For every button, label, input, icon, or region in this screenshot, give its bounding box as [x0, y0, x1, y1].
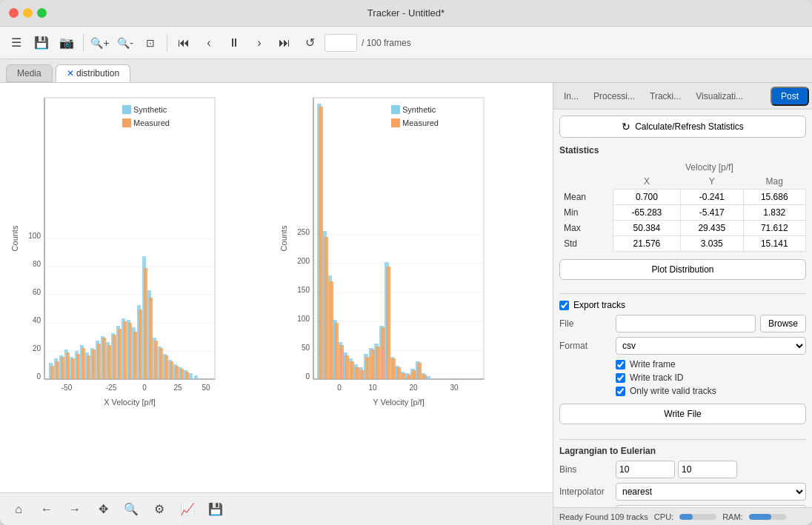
sidebar-tab-tracking[interactable]: Tracki... — [642, 88, 688, 104]
media-tab[interactable]: Media — [6, 64, 53, 82]
svg-text:0: 0 — [305, 372, 310, 381]
export-tracks-checkbox[interactable] — [559, 301, 569, 310]
svg-rect-66 — [128, 323, 132, 379]
svg-text:Synthetic: Synthetic — [402, 105, 436, 114]
save-button[interactable]: 💾 — [31, 33, 52, 53]
svg-rect-140 — [396, 367, 401, 379]
svg-text:-50: -50 — [61, 384, 73, 392]
separator — [83, 34, 84, 52]
left-plot: 0 20 40 60 80 100 Counts — [7, 90, 276, 485]
bins-input-2[interactable]: 10 — [678, 461, 737, 478]
svg-rect-125 — [319, 107, 323, 379]
browse-button[interactable]: Browse — [760, 315, 806, 332]
svg-rect-133 — [360, 370, 365, 379]
sidebar-tab-visualization[interactable]: Visualizati... — [688, 88, 751, 104]
export-tracks-label: Export tracks — [573, 300, 625, 310]
svg-text:Counts: Counts — [279, 225, 288, 251]
loop-button[interactable]: ↺ — [299, 33, 320, 53]
svg-rect-78 — [122, 105, 131, 114]
back-button[interactable]: ← — [36, 498, 58, 521]
file-label: File — [559, 318, 611, 329]
stats-table: Velocity [p/f] X Y Mag Mean 0.700 — [559, 160, 806, 252]
svg-text:-25: -25 — [106, 384, 117, 392]
home-button[interactable]: ⌂ — [7, 498, 30, 521]
svg-text:20: 20 — [409, 384, 418, 392]
svg-text:0: 0 — [337, 384, 342, 392]
zoom-in-button[interactable]: 🔍+ — [90, 33, 110, 53]
bins-label: Bins — [559, 464, 611, 475]
write-track-id-checkbox[interactable] — [616, 373, 625, 383]
svg-rect-132 — [355, 367, 359, 379]
zoom-out-button[interactable]: 🔍- — [115, 33, 136, 53]
cpu-bar — [679, 514, 716, 520]
svg-rect-143 — [412, 370, 416, 379]
format-select[interactable]: csv — [616, 337, 806, 355]
svg-text:Y Velocity [p/f]: Y Velocity [p/f] — [373, 398, 425, 407]
close-button[interactable] — [9, 8, 19, 18]
next-button[interactable]: › — [249, 33, 270, 53]
status-text: Ready Found 109 tracks — [559, 512, 648, 521]
svg-rect-129 — [339, 345, 344, 379]
svg-rect-145 — [422, 375, 427, 379]
configure-button[interactable]: ⚙ — [148, 498, 170, 521]
svg-text:Measured: Measured — [402, 118, 439, 127]
move-button[interactable]: ✥ — [92, 498, 114, 521]
camera-button[interactable]: 📷 — [56, 33, 77, 53]
export-section: Export tracks File Browse Format csv — [559, 300, 806, 432]
svg-text:60: 60 — [33, 288, 41, 296]
svg-rect-63 — [113, 335, 116, 379]
titlebar: Tracker - Untitled* — [0, 0, 812, 27]
svg-rect-76 — [180, 369, 184, 379]
svg-rect-148 — [391, 118, 400, 127]
svg-rect-57 — [81, 348, 85, 379]
svg-text:Counts: Counts — [10, 225, 19, 251]
save-chart-button[interactable]: 💾 — [204, 498, 227, 521]
sidebar-content: ↻ Calculate/Refresh Statistics Statistic… — [553, 110, 812, 507]
write-frame-checkbox[interactable] — [616, 360, 625, 369]
interpolator-select[interactable]: nearest — [616, 483, 806, 501]
svg-rect-49 — [189, 373, 193, 379]
format-row: Format csv — [559, 337, 806, 355]
only-valid-row: Only write valid tracks — [559, 386, 806, 396]
bins-input-1[interactable]: 10 — [616, 461, 675, 478]
velocity-header: Velocity [p/f] — [613, 160, 805, 174]
plot-distribution-button[interactable]: Plot Distribution — [559, 259, 806, 280]
post-button[interactable]: Post — [771, 87, 809, 106]
sidebar-tab-in[interactable]: In... — [556, 88, 586, 104]
only-valid-checkbox[interactable] — [616, 387, 625, 396]
table-row: Mean 0.700 -0.241 15.686 — [559, 190, 806, 205]
svg-rect-130 — [345, 355, 349, 379]
calc-refresh-button[interactable]: ↻ Calculate/Refresh Statistics — [559, 116, 806, 138]
write-frame-row: Write frame — [559, 359, 806, 369]
svg-text:Synthetic: Synthetic — [133, 105, 167, 114]
svg-text:50: 50 — [302, 344, 310, 352]
fit-button[interactable]: ⊡ — [140, 33, 161, 53]
write-file-button[interactable]: Write File — [559, 404, 806, 424]
prev-button[interactable]: ‹ — [199, 33, 219, 53]
svg-rect-137 — [381, 327, 385, 379]
forward-button[interactable]: → — [64, 498, 86, 521]
minimize-button[interactable] — [23, 8, 33, 18]
maximize-button[interactable] — [37, 8, 47, 18]
svg-text:40: 40 — [33, 316, 41, 324]
svg-text:100: 100 — [297, 315, 310, 323]
refresh-icon: ↻ — [622, 121, 630, 133]
go-last-button[interactable]: ⏭ — [274, 33, 295, 53]
svg-rect-50 — [194, 375, 198, 379]
chart-button[interactable]: 📈 — [176, 498, 199, 521]
file-input[interactable] — [616, 315, 756, 332]
ram-fill — [749, 514, 771, 520]
go-first-button[interactable]: ⏮ — [173, 33, 194, 53]
zoom-button[interactable]: 🔍 — [120, 498, 142, 521]
export-tracks-checkbox-row: Export tracks — [559, 300, 806, 310]
svg-rect-138 — [386, 267, 390, 379]
svg-rect-146 — [391, 105, 400, 114]
sidebar-tabs: In... Processi... Tracki... Visualizati.… — [553, 83, 812, 110]
frame-input[interactable]: 99 — [325, 34, 357, 52]
sidebar-tab-processing[interactable]: Processi... — [586, 88, 642, 104]
pause-button[interactable]: ⏸ — [224, 33, 244, 53]
menu-button[interactable]: ☰ — [6, 33, 27, 53]
main-content: 0 20 40 60 80 100 Counts — [0, 83, 812, 525]
distribution-tab[interactable]: ✕ distribution — [56, 64, 130, 82]
frame-total-label: / 100 frames — [362, 38, 411, 48]
